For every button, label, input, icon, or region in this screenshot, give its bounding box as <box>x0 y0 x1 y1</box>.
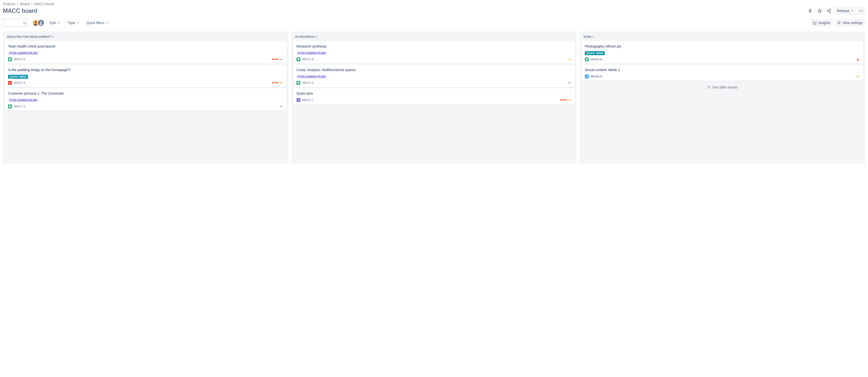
card-footer-left: MACC-4 <box>8 81 25 85</box>
issue-card[interactable]: Research synthesisFY23 LAUNCH PLANMACC-8 <box>293 41 575 64</box>
card-tag: FY23 LAUNCH PLAN <box>8 98 38 102</box>
card-footer-left: MACC-1 <box>8 104 25 108</box>
issue-key: MACC-4 <box>14 81 25 85</box>
release-button[interactable]: Release <box>834 7 856 15</box>
card-title: Quick wins <box>297 91 571 96</box>
card-footer-right <box>856 57 860 61</box>
epic-filter-label: Epic <box>50 21 56 25</box>
svg-point-10 <box>838 23 839 24</box>
breadcrumb-board[interactable]: Board <box>20 2 29 6</box>
breadcrumb-macc[interactable]: MACC board <box>34 2 54 6</box>
see-older-label: See older issues <box>712 85 738 89</box>
card-footer-right <box>568 81 571 85</box>
chevron-down-icon <box>77 22 79 24</box>
search-input[interactable] <box>5 21 21 25</box>
automation-button[interactable] <box>806 7 814 15</box>
issue-key: MACC-3 <box>591 75 602 78</box>
card-footer-right <box>272 81 283 85</box>
type-filter[interactable]: Type <box>66 19 81 26</box>
insights-button[interactable]: Insights <box>811 19 833 27</box>
card-footer-right <box>272 57 283 61</box>
search-icon <box>707 85 711 89</box>
toolbar-left: Epic Type Quick filters <box>3 19 110 27</box>
column-name: DONE <box>584 35 592 38</box>
share-icon <box>827 8 831 13</box>
column-cards: Research synthesisFY23 LAUNCH PLANMACC-8… <box>293 41 575 104</box>
svg-point-11 <box>9 82 11 83</box>
issue-type-epic-icon <box>297 98 300 102</box>
breadcrumb-sep: / <box>18 2 19 6</box>
svg-point-2 <box>830 11 831 13</box>
card-footer-right <box>568 57 571 61</box>
issue-key: MACC-7 <box>302 98 314 102</box>
card-footer-right <box>279 104 283 108</box>
priority-dots <box>560 99 567 100</box>
more-button[interactable] <box>857 7 865 15</box>
quick-filters[interactable]: Quick filters <box>85 19 110 26</box>
breadcrumb-sep: / <box>31 2 32 6</box>
card-footer-right <box>856 74 860 78</box>
insights-label: Insights <box>818 21 830 25</box>
card-footer-right <box>560 98 571 102</box>
issue-type-story-icon <box>585 57 589 61</box>
card-title: Comp. Analysis: Multifunctional spaces <box>297 68 571 72</box>
issue-card[interactable]: Is the padding dodgy on the homepage?!QU… <box>5 65 286 87</box>
svg-point-3 <box>860 10 860 11</box>
card-tag: QUICK WINS <box>585 51 604 55</box>
card-title: Team health check post-launch <box>8 44 283 49</box>
card-footer: MACC-4 <box>8 81 283 85</box>
star-button[interactable] <box>816 7 824 15</box>
priority-medium-icon <box>568 57 571 61</box>
epic-filter[interactable]: Epic <box>48 19 62 26</box>
header-actions: Release <box>806 7 865 15</box>
issue-card[interactable]: Comp. Analysis: Multifunctional spacesFY… <box>293 65 575 87</box>
issue-type-task-icon <box>585 74 589 78</box>
issue-type-story-icon <box>8 104 12 108</box>
board-column: DONE 2Photography refresh plsQUICK WINSM… <box>580 31 865 164</box>
issue-key: MACC-2 <box>302 81 314 85</box>
board: SELECTED FOR DEVELOPMENT 3Team health ch… <box>3 31 865 164</box>
svg-point-8 <box>40 21 42 23</box>
person-icon <box>39 21 43 25</box>
issue-card[interactable]: Quick winsMACC-7 <box>293 88 575 104</box>
issue-type-story-icon <box>297 57 300 61</box>
card-title: Research synthesis <box>297 44 571 49</box>
page-title: MACC board <box>3 7 37 14</box>
card-footer: MACC-3 <box>585 74 860 78</box>
share-button[interactable] <box>825 7 833 15</box>
svg-point-0 <box>830 9 831 10</box>
issue-key: MACC-5 <box>14 58 25 61</box>
card-title: Customer persona 1: The Commuter <box>8 91 283 96</box>
breadcrumb: Projects / Board / MACC board <box>3 2 865 6</box>
issue-card[interactable]: Photography refresh plsQUICK WINSMACC-6 <box>582 41 863 64</box>
issue-card[interactable]: Customer persona 1: The CommuterFY23 LAU… <box>5 88 286 111</box>
priority-highest-icon <box>856 57 860 61</box>
avatar-unassigned[interactable] <box>37 19 44 26</box>
card-footer-left: MACC-6 <box>585 57 602 61</box>
board-column: SELECTED FOR DEVELOPMENT 3Team health ch… <box>3 31 288 164</box>
card-footer-left: MACC-7 <box>297 98 314 102</box>
card-tag: FY23 LAUNCH PLAN <box>297 75 327 79</box>
issue-card[interactable]: Team health check post-launchFY23 LAUNCH… <box>5 41 286 64</box>
chart-icon <box>813 21 817 25</box>
avatar-group[interactable] <box>32 19 44 26</box>
svg-point-12 <box>708 86 710 88</box>
search-box[interactable] <box>3 19 29 27</box>
card-footer: MACC-6 <box>585 57 860 61</box>
priority-medium-icon <box>856 74 860 78</box>
view-settings-button[interactable]: View settings <box>835 19 865 27</box>
issue-type-bug-icon <box>8 81 12 85</box>
star-icon <box>817 8 822 13</box>
column-count: 3 <box>316 35 317 38</box>
priority-medium-icon <box>279 81 283 85</box>
svg-point-1 <box>827 10 829 11</box>
breadcrumb-projects[interactable]: Projects <box>3 2 16 6</box>
column-count: 3 <box>52 35 53 38</box>
toolbar-right: Insights View settings <box>811 19 865 27</box>
issue-card[interactable]: Social content: Week 2MACC-3 <box>582 65 863 81</box>
card-tag: QUICK WINS <box>8 75 28 79</box>
column-count: 2 <box>592 35 594 38</box>
column-name: IN PROGRESS <box>295 35 315 38</box>
priority-high-icon <box>279 104 283 108</box>
see-older-issues[interactable]: See older issues <box>581 81 864 94</box>
